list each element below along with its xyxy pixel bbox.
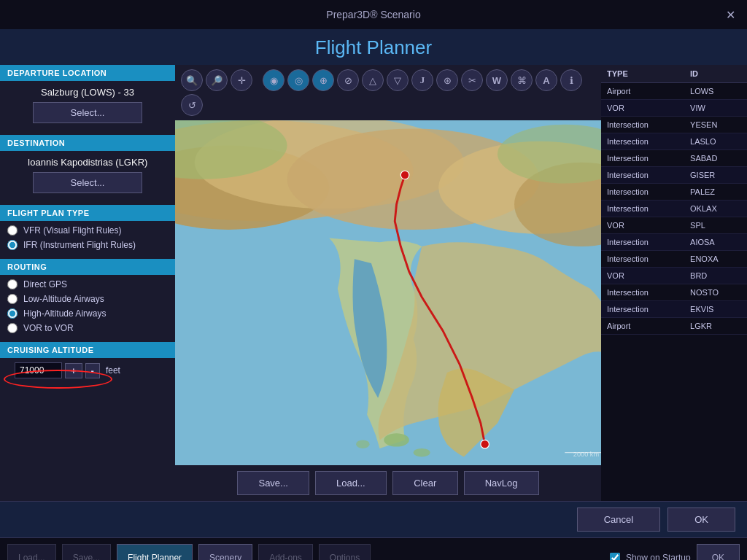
high-altitude-radio[interactable]	[7, 308, 18, 319]
save-flight-plan-button[interactable]: Save...	[237, 471, 309, 495]
route-table-row[interactable]: VORVIW	[601, 100, 747, 117]
route-id-cell: GISER	[684, 167, 747, 184]
nav-button-7[interactable]: J	[411, 69, 433, 91]
vor-to-vor-radio[interactable]	[7, 323, 18, 333]
clear-flight-plan-button[interactable]: Clear	[392, 471, 458, 495]
taskbar-addons-button[interactable]: Add-ons	[258, 544, 313, 560]
ifr-radio[interactable]	[7, 240, 18, 250]
route-table-row[interactable]: IntersectionENOXA	[601, 251, 747, 268]
show-on-startup-checkbox[interactable]	[610, 553, 620, 560]
nav-button-4[interactable]: ⊘	[337, 69, 359, 91]
route-type-cell: Intersection	[601, 167, 684, 184]
route-table-row[interactable]: IntersectionPALEZ	[601, 184, 747, 201]
nav-button-10[interactable]: W	[486, 69, 508, 91]
vfr-label: VFR (Visual Flight Rules)	[23, 225, 121, 236]
route-type-cell: VOR	[601, 268, 684, 284]
route-table-row[interactable]: IntersectionLASLO	[601, 133, 747, 150]
vfr-option[interactable]: VFR (Visual Flight Rules)	[7, 225, 168, 236]
nav-button-2[interactable]: ◎	[287, 69, 309, 91]
load-flight-plan-button[interactable]: Load...	[315, 471, 387, 495]
type-column-header: TYPE	[601, 65, 684, 83]
nav-button-1[interactable]: ◉	[263, 69, 285, 91]
route-type-cell: Intersection	[601, 251, 684, 268]
show-on-startup-label[interactable]: Show on Startup	[626, 553, 691, 560]
low-altitude-label: Low-Altitude Airways	[23, 294, 104, 304]
route-table-row[interactable]: IntersectionAIOSA	[601, 234, 747, 251]
taskbar-save-button[interactable]: Save...	[62, 544, 111, 560]
right-panel: TYPE ID AirportLOWSVORVIWIntersectionYES…	[601, 65, 747, 501]
route-table-row[interactable]: IntersectionEKVIS	[601, 301, 747, 318]
close-button[interactable]: ✕	[720, 5, 741, 25]
title-bar: Prepar3D® Scenario ✕	[0, 0, 747, 29]
route-table-row[interactable]: AirportLOWS	[601, 83, 747, 100]
nav-button-8[interactable]: ⊛	[436, 69, 458, 91]
altitude-input[interactable]	[15, 362, 62, 378]
route-table-row[interactable]: IntersectionNOSTO	[601, 284, 747, 301]
high-altitude-label: High-Altitude Airways	[23, 308, 106, 319]
route-id-cell: SPL	[684, 217, 747, 234]
route-type-cell: Intersection	[601, 234, 684, 251]
route-type-cell: Intersection	[601, 150, 684, 167]
dialog-buttons: Cancel OK	[0, 501, 747, 537]
taskbar-load-button[interactable]: Load...	[7, 544, 56, 560]
route-id-cell: LASLO	[684, 133, 747, 150]
svg-point-13	[481, 440, 489, 448]
taskbar-flight-planner-button[interactable]: Flight Planner	[117, 544, 193, 560]
pan-button[interactable]: ✛	[231, 69, 252, 91]
nav-button-9[interactable]: ✂	[461, 69, 483, 91]
route-type-cell: Intersection	[601, 201, 684, 217]
ifr-option[interactable]: IFR (Instrument Flight Rules)	[7, 240, 168, 250]
departure-location: Salzburg (LOWS) - 33	[7, 87, 168, 98]
route-type-cell: Intersection	[601, 184, 684, 201]
refresh-button[interactable]: ↺	[181, 94, 203, 116]
nav-button-11[interactable]: ⌘	[511, 69, 533, 91]
low-altitude-radio[interactable]	[7, 294, 18, 304]
zoom-out-button[interactable]: 🔎	[206, 69, 228, 91]
nav-button-12[interactable]: A	[535, 69, 557, 91]
route-table-row[interactable]: IntersectionSABAD	[601, 150, 747, 167]
route-type-cell: VOR	[601, 217, 684, 234]
route-table-row[interactable]: IntersectionOKLAX	[601, 201, 747, 217]
nav-button-3[interactable]: ⊕	[312, 69, 334, 91]
vor-to-vor-option[interactable]: VOR to VOR	[7, 323, 168, 333]
window-title: Prepar3D® Scenario	[326, 9, 420, 20]
altitude-decrease-button[interactable]: -	[85, 363, 100, 378]
ok-button[interactable]: OK	[667, 508, 735, 532]
route-type-cell: Intersection	[601, 284, 684, 301]
info-button[interactable]: ℹ	[560, 69, 582, 91]
zoom-in-button[interactable]: 🔍	[181, 69, 203, 91]
nav-button-5[interactable]: △	[362, 69, 384, 91]
route-table-row[interactable]: AirportLGKR	[601, 318, 747, 335]
flight-map[interactable]: 2000 km	[175, 120, 601, 465]
navlog-button[interactable]: NavLog	[464, 471, 539, 495]
route-id-cell: BRD	[684, 268, 747, 284]
route-id-cell: AIOSA	[684, 234, 747, 251]
taskbar-scenery-button[interactable]: Scenery	[198, 544, 252, 560]
route-type-cell: VOR	[601, 100, 684, 117]
route-id-cell: VIW	[684, 100, 747, 117]
select-departure-button[interactable]: Select...	[33, 102, 142, 123]
taskbar-options-button[interactable]: Options	[319, 544, 371, 560]
low-altitude-option[interactable]: Low-Altitude Airways	[7, 294, 168, 304]
route-table-row[interactable]: IntersectionYESEN	[601, 117, 747, 133]
svg-point-11	[356, 440, 369, 448]
route-table-row[interactable]: IntersectionGISER	[601, 167, 747, 184]
vfr-radio[interactable]	[7, 225, 18, 236]
taskbar-ok-button[interactable]: OK	[697, 544, 740, 560]
route-id-cell: NOSTO	[684, 284, 747, 301]
svg-text:2000 km: 2000 km	[573, 451, 600, 458]
route-table-row[interactable]: VORSPL	[601, 217, 747, 234]
direct-gps-option[interactable]: Direct GPS	[7, 279, 168, 289]
route-id-cell: LGKR	[684, 318, 747, 335]
direct-gps-radio[interactable]	[7, 279, 18, 289]
svg-point-9	[384, 433, 409, 446]
altitude-increase-button[interactable]: +	[65, 363, 82, 378]
nav-button-6[interactable]: ▽	[387, 69, 409, 91]
select-destination-button[interactable]: Select...	[33, 172, 142, 193]
high-altitude-option[interactable]: High-Altitude Airways	[7, 308, 168, 319]
route-id-cell: PALEZ	[684, 184, 747, 201]
routing-header: ROUTING	[0, 259, 175, 275]
route-table-row[interactable]: VORBRD	[601, 268, 747, 284]
route-id-cell: YESEN	[684, 117, 747, 133]
cancel-button[interactable]: Cancel	[577, 508, 660, 532]
